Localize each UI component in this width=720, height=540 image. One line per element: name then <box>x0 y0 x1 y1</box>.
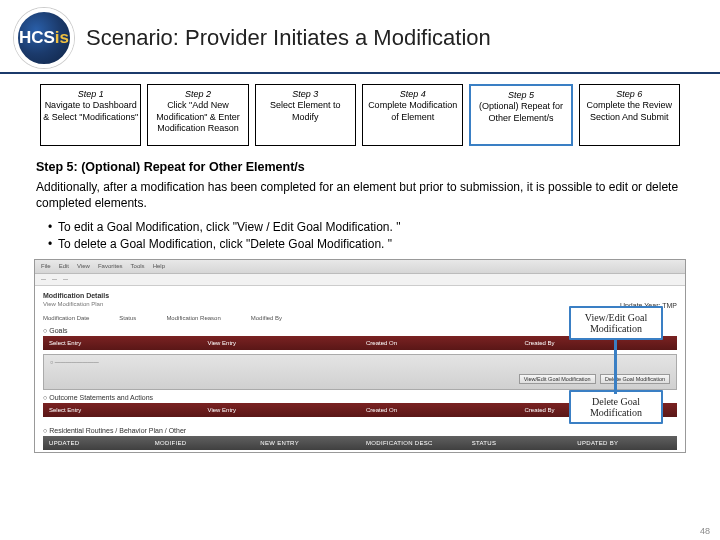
step-5: Step 5(Optional) Repeat for Other Elemen… <box>469 84 572 146</box>
step-2: Step 2Click "Add New Modification" & Ent… <box>147 84 248 146</box>
delete-btn[interactable]: Delete Goal Modification <box>600 374 670 384</box>
section-heading: Step 5: (Optional) Repeat for Other Elem… <box>36 160 684 174</box>
goals-row: ○ ———————— View/Edit Goal Modification D… <box>43 354 677 390</box>
bottom-header-bar: UPDATED MODIFIED NEW ENTRY MODIFICATION … <box>43 436 677 450</box>
logo-letters: HCS <box>19 28 55 48</box>
sublink: View Modification Plan <box>43 301 103 307</box>
slide-header: HCSis Scenario: Provider Initiates a Mod… <box>0 0 720 74</box>
logo-accent: is <box>55 28 69 48</box>
arrow-delete-stem <box>614 364 617 394</box>
callout-view-edit: View/Edit Goal Modification <box>569 306 663 340</box>
body-content: Step 5: (Optional) Repeat for Other Elem… <box>0 152 720 253</box>
step-4: Step 4Complete Modification of Element <box>362 84 463 146</box>
residential-heading: ○ Residential Routines / Behavior Plan /… <box>43 427 677 434</box>
screenshot-figure: File Edit View Favorites Tools Help ——— … <box>34 259 686 453</box>
bullet-delete: To delete a Goal Modification, click "De… <box>48 236 684 253</box>
bullet-edit: To edit a Goal Modification, click "View… <box>48 219 684 236</box>
step-flow: Step 1Navigate to Dashboard & Select "Mo… <box>0 74 720 152</box>
step-3: Step 3Select Element to Modify <box>255 84 356 146</box>
callout-delete: Delete Goal Modification <box>569 390 663 424</box>
view-edit-btn[interactable]: View/Edit Goal Modification <box>519 374 596 384</box>
browser-menubar: File Edit View Favorites Tools Help <box>35 260 685 274</box>
step-1: Step 1Navigate to Dashboard & Select "Mo… <box>40 84 141 146</box>
mod-details-label: Modification Details <box>43 292 677 299</box>
app-tabs: ——— <box>35 274 685 286</box>
step-6: Step 6Complete the Review Section And Su… <box>579 84 680 146</box>
slide-title: Scenario: Provider Initiates a Modificat… <box>86 25 491 51</box>
bullet-list: To edit a Goal Modification, click "View… <box>36 219 684 253</box>
intro-paragraph: Additionally, after a modification has b… <box>36 180 684 211</box>
hcsis-logo: HCSis <box>14 8 74 68</box>
page-number: 48 <box>700 526 710 536</box>
